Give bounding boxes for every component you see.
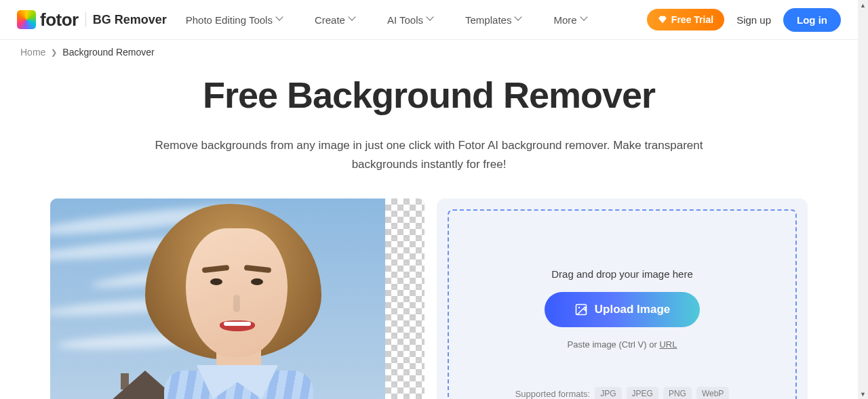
chevron-down-icon (277, 16, 283, 23)
upload-card: Drag and drop your image here Upload Ima… (437, 198, 808, 399)
login-button[interactable]: Log in (783, 8, 841, 32)
supported-formats: Supported formats: JPG JPEG PNG WebP (449, 387, 795, 399)
format-pill: JPEG (627, 387, 658, 399)
header-right: Free Trial Sign up Log in (647, 8, 841, 32)
chevron-down-icon (515, 16, 522, 23)
formats-label: Supported formats: (515, 389, 591, 399)
image-upload-icon (574, 303, 588, 316)
chevron-right-icon: ❯ (51, 48, 57, 57)
logo-area[interactable]: fotor (17, 9, 79, 30)
product-name: BG Remover (93, 13, 167, 27)
hero: Free Background Remover Remove backgroun… (0, 62, 858, 180)
svg-point-1 (578, 307, 580, 309)
transparency-checker (385, 198, 425, 399)
nav-label: Photo Editing Tools (186, 14, 273, 26)
format-pill: WebP (696, 387, 729, 399)
breadcrumb-current: Background Remover (62, 47, 154, 58)
preview-image (50, 198, 425, 399)
drop-text: Drag and drop your image here (551, 268, 692, 280)
breadcrumb: Home ❯ Background Remover (0, 40, 858, 62)
paste-prefix: Paste image (Ctrl V) or (568, 339, 660, 350)
nav-ai-tools[interactable]: AI Tools (387, 14, 434, 26)
paste-hint: Paste image (Ctrl V) or URL (568, 339, 677, 350)
format-pill: PNG (663, 387, 692, 399)
main-nav: Photo Editing Tools Create AI Tools Temp… (186, 14, 588, 26)
header: fotor BG Remover Photo Editing Tools Cre… (0, 0, 858, 40)
content-row: Drag and drop your image here Upload Ima… (0, 180, 858, 399)
nav-templates[interactable]: Templates (465, 14, 522, 26)
breadcrumb-home[interactable]: Home (20, 47, 45, 58)
format-pill: JPG (595, 387, 621, 399)
nav-label: More (553, 14, 576, 26)
dropzone[interactable]: Drag and drop your image here Upload Ima… (448, 209, 797, 399)
upload-image-button[interactable]: Upload Image (545, 292, 700, 327)
scroll-up-arrow-icon[interactable]: ▲ (858, 0, 868, 10)
person-illustration (132, 204, 335, 399)
nav-label: Templates (465, 14, 511, 26)
chevron-down-icon (581, 16, 588, 23)
page-title: Free Background Remover (0, 74, 858, 116)
nav-photo-editing-tools[interactable]: Photo Editing Tools (186, 14, 283, 26)
chevron-down-icon (349, 16, 356, 23)
free-trial-button[interactable]: Free Trial (647, 9, 724, 30)
upload-button-label: Upload Image (595, 303, 670, 316)
nav-create[interactable]: Create (315, 14, 356, 26)
fotor-logo-icon (17, 10, 36, 29)
nav-label: AI Tools (387, 14, 423, 26)
nav-more[interactable]: More (553, 14, 587, 26)
signup-link[interactable]: Sign up (736, 14, 771, 26)
scroll-down-arrow-icon[interactable]: ▼ (858, 389, 868, 399)
nav-label: Create (315, 14, 345, 26)
page-subtitle: Remove backgrounds from any image in jus… (148, 136, 711, 174)
brand-name: fotor (40, 9, 79, 30)
paste-url-link[interactable]: URL (659, 339, 677, 350)
free-trial-label: Free Trial (671, 14, 713, 25)
chevron-down-icon (427, 16, 434, 23)
vertical-scrollbar[interactable]: ▲ ▼ (858, 0, 868, 399)
diamond-icon (658, 15, 667, 24)
logo-divider (85, 12, 86, 27)
